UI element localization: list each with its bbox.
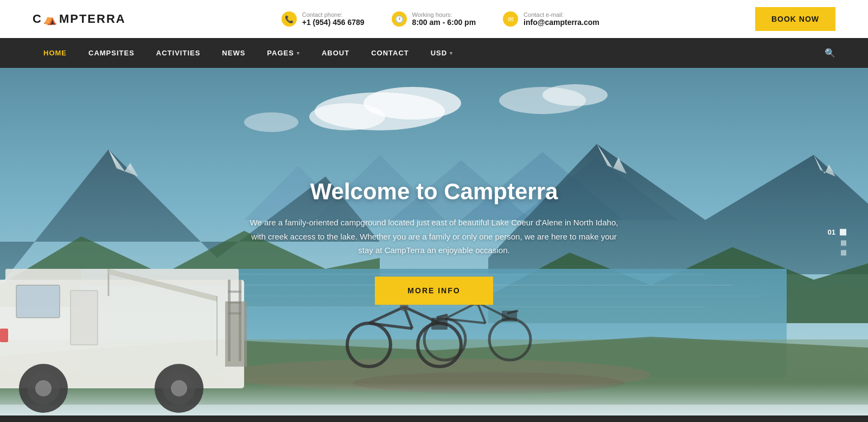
nav-item-home[interactable]: HOME: [33, 39, 78, 67]
top-bar: C ⛺ MPTERRA 📞 Contact phone: +1 (954) 45…: [0, 0, 868, 38]
logo-text-before: C: [33, 12, 42, 26]
logo-text-after: MPTERRA: [59, 12, 126, 26]
nav-items: HOME CAMPSITES ACTIVITIES NEWS PAGES ▾ A…: [33, 39, 464, 67]
hours-label: Working hours:: [412, 11, 476, 18]
email-contact: ✉ Contact e-mail: info@campterra.com: [503, 11, 599, 27]
clock-icon: 🕐: [392, 11, 407, 27]
usd-caret: ▾: [450, 51, 453, 56]
svg-rect-68: [502, 311, 517, 322]
nav-item-news[interactable]: NEWS: [211, 39, 256, 67]
book-now-button[interactable]: BOOK NOW: [755, 7, 835, 31]
svg-rect-49: [228, 312, 241, 314]
hero-content: Welcome to Campterra We are a family-ori…: [244, 179, 624, 305]
slide-2[interactable]: [841, 241, 846, 246]
phone-text: Contact phone: +1 (954) 456 6789: [302, 11, 365, 27]
slide-1-dot: [840, 229, 846, 235]
svg-rect-34: [71, 291, 98, 345]
nav-item-pages[interactable]: PAGES ▾: [256, 39, 311, 67]
svg-point-3: [309, 103, 385, 130]
hours-value: 8:00 am - 6:00 pm: [412, 18, 476, 27]
hero-title: Welcome to Campterra: [244, 179, 624, 205]
pages-caret: ▾: [297, 51, 300, 56]
more-info-button[interactable]: MORE INFO: [375, 276, 493, 305]
phone-label: Contact phone:: [302, 11, 365, 18]
svg-point-43: [171, 380, 187, 396]
hours-text: Working hours: 8:00 am - 6:00 pm: [412, 11, 476, 27]
svg-rect-47: [228, 291, 241, 293]
svg-point-40: [35, 380, 52, 396]
contact-info-group: 📞 Contact phone: +1 (954) 456 6789 🕐 Wor…: [126, 11, 755, 27]
phone-value: +1 (954) 456 6789: [302, 18, 365, 27]
nav-item-campsites[interactable]: CAMPSITES: [78, 39, 145, 67]
nav-item-activities[interactable]: ACTIVITIES: [145, 39, 212, 67]
hours-contact: 🕐 Working hours: 8:00 am - 6:00 pm: [392, 11, 476, 27]
email-label: Contact e-mail:: [524, 11, 599, 18]
slide-3-dot: [841, 250, 846, 256]
nav-bar: HOME CAMPSITES ACTIVITIES NEWS PAGES ▾ A…: [0, 38, 868, 68]
logo: C ⛺ MPTERRA: [33, 12, 126, 26]
svg-rect-29: [0, 405, 868, 415]
svg-rect-48: [228, 301, 241, 304]
hero-subtitle: We are a family-oriented campground loca…: [244, 216, 624, 257]
email-value: info@campterra.com: [524, 18, 599, 27]
slide-2-dot: [841, 241, 846, 246]
hero-section: Welcome to Campterra We are a family-ori…: [0, 68, 868, 415]
email-icon: ✉: [503, 11, 518, 27]
slide-3[interactable]: [841, 250, 846, 256]
svg-point-5: [542, 84, 608, 106]
svg-rect-32: [16, 285, 60, 318]
nav-item-usd[interactable]: USD ▾: [420, 39, 464, 67]
slide-1[interactable]: 01: [828, 228, 846, 236]
svg-point-6: [244, 112, 298, 132]
search-icon[interactable]: 🔍: [825, 48, 835, 58]
svg-rect-50: [0, 329, 8, 342]
slide-1-number: 01: [828, 228, 835, 236]
nav-item-about[interactable]: ABOUT: [311, 39, 360, 67]
tent-icon: ⛺: [43, 12, 58, 26]
phone-contact: 📞 Contact phone: +1 (954) 456 6789: [282, 11, 365, 27]
search-bar: Check-in * 📅 Check-out * 📅 Unit type — R…: [0, 415, 868, 422]
email-text: Contact e-mail: info@campterra.com: [524, 11, 599, 27]
slide-indicators: 01: [828, 228, 846, 256]
nav-item-contact[interactable]: CONTACT: [360, 39, 420, 67]
phone-icon: 📞: [282, 11, 297, 27]
